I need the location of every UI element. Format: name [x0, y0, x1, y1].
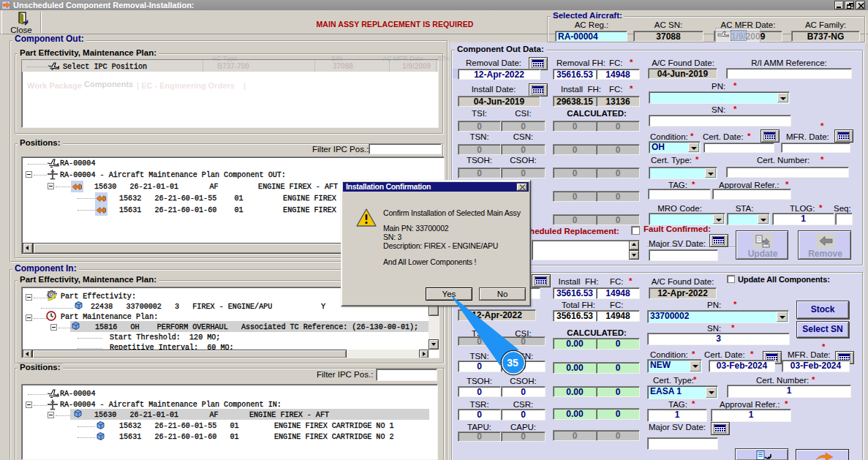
svg-text:35: 35: [507, 357, 518, 369]
